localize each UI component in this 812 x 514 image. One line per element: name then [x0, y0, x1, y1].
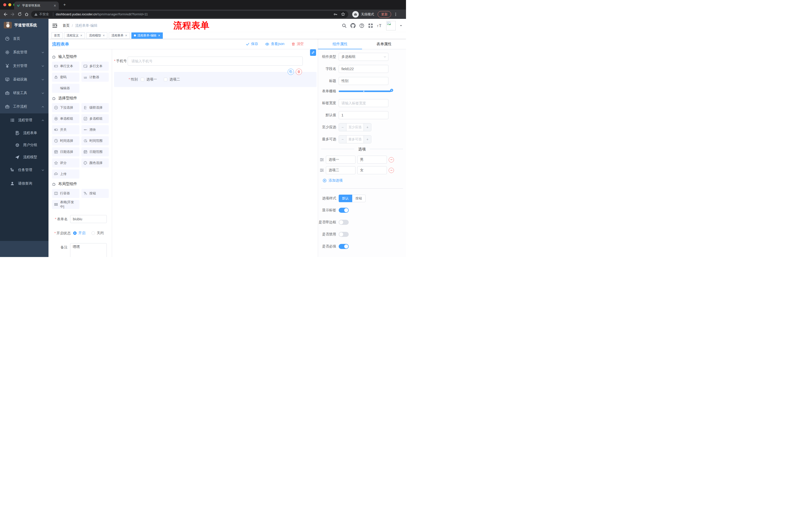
component-评分[interactable]: 评分 [52, 158, 79, 167]
close-tag-icon[interactable]: ✕ [80, 34, 82, 37]
close-tag-icon[interactable]: ✕ [125, 34, 127, 37]
remove-option-button[interactable] [389, 168, 394, 173]
option-value-input[interactable] [357, 166, 387, 174]
increment-button[interactable]: + [364, 124, 371, 131]
decrement-button[interactable]: − [339, 136, 346, 143]
add-option-button[interactable]: 添加选项 [323, 178, 406, 183]
option-value-input[interactable] [357, 156, 387, 164]
password-key-icon[interactable] [334, 12, 338, 16]
component-开关[interactable]: 开关 [52, 125, 79, 134]
option-label-input[interactable] [326, 166, 355, 174]
component-下拉选择[interactable]: 下拉选择 [52, 103, 79, 112]
sidebar-item-系统管理[interactable]: 系统管理 [0, 46, 49, 59]
browser-tab[interactable]: 芋道管理系统 ✕ [14, 1, 59, 9]
remove-option-button[interactable] [389, 157, 394, 162]
default-value-input[interactable] [339, 111, 388, 119]
address-bar[interactable]: 不安全 dashboard.yudao.iocoder.cn/bpm/manag… [31, 11, 348, 18]
toggle-switch[interactable] [339, 244, 349, 249]
title-input[interactable] [339, 77, 388, 85]
checkbox-icon[interactable] [141, 78, 144, 81]
component-按钮[interactable]: 按钮 [81, 189, 109, 198]
fullscreen-icon[interactable] [368, 23, 373, 28]
component-时间选择[interactable]: 时间选择 [52, 136, 79, 145]
checkbox-选项二[interactable]: 选项二 [164, 77, 180, 82]
sidebar-item-研发工具[interactable]: 研发工具 [0, 86, 49, 100]
tag-流程表单[interactable]: 流程表单✕ [109, 32, 129, 39]
option-label-input[interactable] [326, 156, 355, 164]
component-type-value[interactable] [339, 53, 388, 61]
component-多行文本[interactable]: 多行文本 [81, 62, 109, 71]
github-icon[interactable] [350, 23, 355, 28]
component-单选框组[interactable]: 单选框组 [52, 114, 79, 123]
phone-form-item[interactable]: 手机号 [114, 57, 317, 65]
app-logo[interactable]: 芋道管理系统 [0, 19, 49, 31]
component-type-select[interactable] [339, 53, 388, 61]
sidebar-item-基础设施[interactable]: 基础设施 [0, 73, 49, 86]
style-option-默认[interactable]: 默认 [339, 195, 352, 202]
drag-handle-icon[interactable] [320, 157, 324, 162]
font-size-icon[interactable]: TT [377, 23, 382, 28]
toggle-switch[interactable] [339, 220, 349, 225]
tab-component-props[interactable]: 组件属性 [318, 39, 362, 49]
sidebar-item-首页[interactable]: 首页 [0, 32, 49, 46]
component-级联选择[interactable]: 级联选择 [81, 103, 109, 112]
decrement-button[interactable]: − [339, 124, 346, 131]
component-编辑器[interactable]: 编辑器 [52, 84, 79, 93]
phone-input[interactable] [127, 57, 303, 65]
sidebar-item-流程管理[interactable]: 流程管理 [0, 113, 49, 127]
checkbox-选项一[interactable]: 选项一 [141, 77, 157, 82]
component-颜色选择[interactable]: 颜色选择 [81, 158, 109, 167]
avatar-dropdown-icon[interactable] [400, 24, 403, 27]
new-tab-button[interactable]: + [62, 2, 67, 7]
delete-component-button[interactable] [296, 69, 302, 75]
component-日期选择[interactable]: 日期选择 [52, 147, 79, 156]
sidebar-item-流程表单[interactable]: 流程表单 [0, 127, 49, 139]
copy-component-button[interactable] [288, 69, 294, 75]
breadcrumb-home[interactable]: 首页 [63, 23, 69, 28]
checkbox-icon[interactable] [164, 78, 167, 81]
form-name-input[interactable] [70, 215, 107, 223]
collapse-sidebar-icon[interactable] [52, 23, 58, 28]
tag-首页[interactable]: 首页 [52, 32, 63, 39]
sidebar-item-流程模型[interactable]: 流程模型 [0, 151, 49, 163]
component-滑块[interactable]: 滑块 [81, 125, 109, 134]
slider-handle[interactable] [390, 89, 393, 92]
sidebar-item-任务管理[interactable]: 任务管理 [0, 163, 49, 177]
sidebar-item-工作流程[interactable]: 工作流程 [0, 100, 49, 113]
component-单行文本[interactable]: 单行文本 [52, 62, 79, 71]
status-radio-关闭[interactable]: 关闭 [91, 231, 104, 235]
increment-button[interactable]: + [364, 136, 371, 143]
drag-handle-icon[interactable] [320, 168, 324, 172]
status-radio-开启[interactable]: 开启 [73, 231, 85, 235]
component-表格[开发中][interactable]: 表格[开发中] [52, 200, 79, 209]
sidebar-item-支付管理[interactable]: 支付管理 [0, 59, 49, 73]
component-多选框组[interactable]: 多选框组 [81, 114, 109, 123]
update-button[interactable]: 更新 [378, 11, 391, 18]
tag-流程模型[interactable]: 流程模型✕ [86, 32, 107, 39]
clear-button[interactable]: 清空 [291, 42, 304, 46]
toggle-switch[interactable] [339, 232, 349, 237]
tag-流程表单-编辑[interactable]: 流程表单-编辑✕ [132, 32, 163, 39]
component-密码[interactable]: 密码 [52, 73, 79, 82]
form-remark-textarea[interactable]: 嘿嘿 [70, 243, 107, 257]
minimize-window-button[interactable] [8, 3, 11, 6]
home-icon[interactable] [23, 11, 30, 18]
user-avatar[interactable] [386, 21, 396, 30]
component-行容器[interactable]: 行容器 [52, 189, 79, 198]
tab-form-props[interactable]: 表单属性 [362, 39, 406, 49]
save-button[interactable]: 保存 [246, 42, 258, 46]
gender-form-item-selected[interactable]: 性别 选项一选项二 [114, 72, 317, 87]
min-select-value[interactable]: 至少应选 [346, 124, 364, 131]
component-日期范围[interactable]: 日期范围 [81, 147, 109, 156]
label-width-input[interactable] [339, 99, 388, 107]
sidebar-item-请假查询[interactable]: 请假查询 [0, 177, 49, 190]
close-tag-icon[interactable]: ✕ [103, 34, 105, 37]
grid-slider[interactable] [339, 90, 391, 92]
max-select-value[interactable]: 最多可选 [346, 136, 364, 143]
view-json-button[interactable]: 查看json [265, 42, 284, 46]
sidebar-item-用户分组[interactable]: 用户分组 [0, 139, 49, 151]
link-badge[interactable] [310, 49, 316, 56]
back-icon[interactable] [2, 11, 9, 18]
field-name-input[interactable] [339, 65, 388, 73]
style-option-按钮[interactable]: 按钮 [352, 195, 366, 202]
